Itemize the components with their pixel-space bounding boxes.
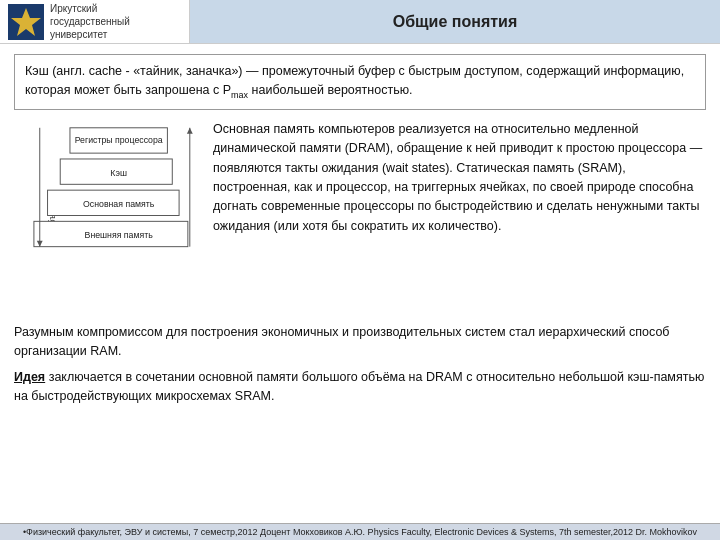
page-title: Общие понятия	[190, 0, 720, 43]
svg-marker-12	[187, 128, 193, 134]
bottom-paragraph2-text: заключается в сочетании основной памяти …	[14, 370, 704, 403]
footer: •Физический факультет, ЭВУ и системы, 7 …	[0, 523, 720, 540]
bottom-section: Разумным компромиссом для построения эко…	[14, 323, 706, 407]
bottom-paragraph1: Разумным компромиссом для построения эко…	[14, 323, 706, 362]
header: Иркутский государственный университет Об…	[0, 0, 720, 44]
svg-text:Регистры процессора: Регистры процессора	[75, 135, 163, 145]
definition-box: Кэш (англ. cache - «тайник, заначка») — …	[14, 54, 706, 110]
memory-diagram: Объём Регистры процессора Кэш Основная п…	[14, 120, 199, 313]
svg-text:Внешняя память: Внешняя память	[85, 230, 154, 240]
main-description: Основная память компьютеров реализуется …	[213, 120, 706, 313]
idea-word: Идея	[14, 370, 45, 384]
bottom-paragraph2: Идея заключается в сочетании основной па…	[14, 368, 706, 407]
logo-text: Иркутский государственный университет	[50, 2, 130, 41]
middle-section: Объём Регистры процессора Кэш Основная п…	[14, 120, 706, 313]
footer-text: •Физический факультет, ЭВУ и системы, 7 …	[23, 527, 697, 537]
content-area: Кэш (англ. cache - «тайник, заначка») — …	[0, 44, 720, 418]
definition-subscript: max	[231, 89, 248, 99]
svg-text:Основная память: Основная память	[83, 198, 155, 208]
svg-text:Кэш: Кэш	[110, 167, 127, 177]
definition-text2: наибольшей вероятностью.	[248, 83, 412, 97]
university-logo-icon	[8, 4, 44, 40]
logo-area: Иркутский государственный университет	[0, 0, 190, 43]
diagram-svg: Объём Регистры процессора Кэш Основная п…	[14, 120, 199, 310]
